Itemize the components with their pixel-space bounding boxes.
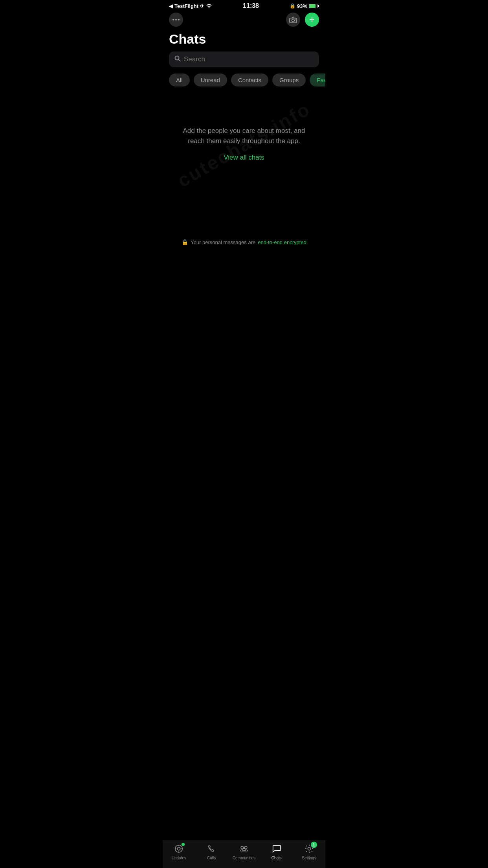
header-right: + [286, 13, 319, 27]
status-bar: ◀ TestFlight ✈ 11:38 🔒 93% [163, 0, 325, 11]
empty-state: Add the people you care about most, and … [163, 94, 325, 177]
battery-icon [309, 4, 319, 8]
svg-line-4 [179, 60, 181, 62]
time-display: 11:38 [243, 2, 259, 9]
filter-tabs: All Unread Contacts Groups Favorites [163, 74, 325, 94]
filter-tab-favorites[interactable]: Favorites [310, 74, 325, 86]
airplane-icon: ✈ [200, 3, 204, 9]
status-right: 🔒 93% [290, 3, 319, 9]
encryption-link[interactable]: end-to-end encrypted [258, 239, 306, 245]
svg-point-2 [295, 18, 296, 19]
svg-point-3 [175, 56, 179, 60]
svg-point-1 [292, 19, 295, 22]
filter-tab-contacts[interactable]: Contacts [231, 74, 268, 86]
add-icon: + [309, 14, 315, 25]
search-bar[interactable] [169, 51, 319, 67]
back-arrow: ◀ [169, 3, 173, 9]
filter-tab-all[interactable]: All [169, 74, 190, 86]
header: + [163, 11, 325, 30]
lock-icon: 🔒 [182, 239, 188, 245]
wifi-icon [206, 3, 212, 9]
search-input[interactable] [184, 55, 314, 63]
menu-dots-icon [172, 19, 180, 20]
view-all-chats-link[interactable]: View all chats [224, 154, 264, 162]
menu-button[interactable] [169, 13, 183, 27]
filter-tab-unread[interactable]: Unread [194, 74, 227, 86]
page-title: Chats [163, 30, 325, 51]
encryption-notice: 🔒 Your personal messages are end-to-end … [163, 234, 325, 250]
filter-tab-groups[interactable]: Groups [272, 74, 306, 86]
encryption-prefix: Your personal messages are [191, 239, 255, 245]
status-left: ◀ TestFlight ✈ [169, 3, 212, 9]
carrier-label: TestFlight [174, 3, 198, 9]
lock-status-icon: 🔒 [290, 3, 295, 9]
new-chat-button[interactable]: + [305, 13, 319, 27]
empty-state-text: Add the people you care about most, and … [178, 126, 310, 146]
search-icon [174, 55, 181, 63]
battery-percentage: 93% [297, 3, 307, 9]
search-container [163, 51, 325, 74]
camera-button[interactable] [286, 13, 300, 27]
